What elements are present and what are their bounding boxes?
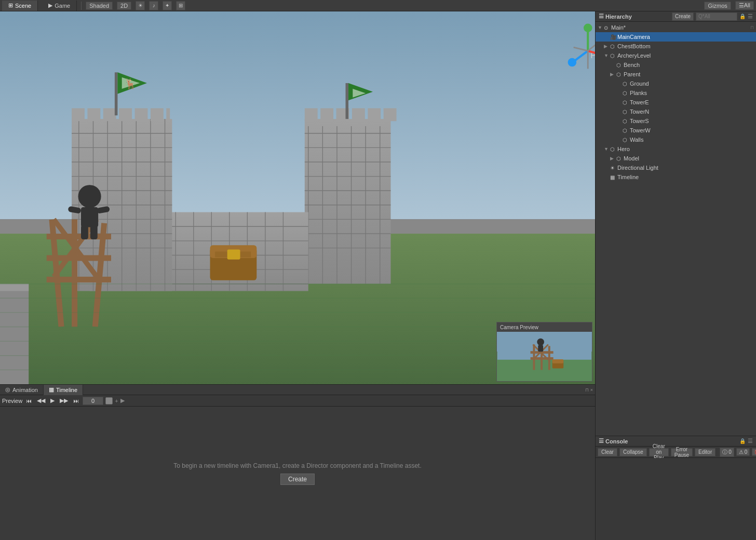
- top-toolbar: ⊞ Scene ▶ Game Shaded 2D ☀ ♪ ✦ ⊞ Gizmos …: [0, 0, 756, 11]
- hierarchy-item-directionallight[interactable]: ☀ Directional Light: [596, 163, 756, 172]
- scene-tab-icon: ⊞: [8, 2, 13, 9]
- shaded-dropdown[interactable]: Shaded: [86, 2, 113, 10]
- label-timeline-item: Timeline: [617, 174, 756, 180]
- hierarchy-item-archerylevel[interactable]: ▼ ⬡ ArcheryLevel: [596, 51, 756, 60]
- hierarchy-create-button[interactable]: Create: [672, 12, 694, 21]
- animation-icon: ◎: [5, 386, 10, 393]
- console-editor-button[interactable]: Editor: [695, 448, 716, 456]
- tl-play[interactable]: ▶: [49, 397, 56, 404]
- svg-rect-5: [305, 119, 391, 284]
- scene-icon-chestbottom: ⬡: [610, 44, 617, 49]
- audio-icon[interactable]: ♪: [149, 1, 158, 10]
- console-content: [596, 458, 756, 540]
- console-lock-icon[interactable]: 🔒: [739, 438, 746, 444]
- hierarchy-search[interactable]: [696, 12, 737, 21]
- timeline-create-button[interactable]: Create: [280, 474, 315, 485]
- camera-preview-title: Camera Preview: [500, 325, 538, 330]
- console-clear-button[interactable]: Clear: [598, 448, 617, 456]
- all-button[interactable]: ☰All: [735, 1, 754, 10]
- console-info-count[interactable]: ⓘ 0: [720, 448, 734, 457]
- scene-icon-archerylevel: ⬡: [610, 53, 617, 59]
- camera-preview: Camera Preview: [496, 322, 592, 382]
- scene-icon-towern: ⬡: [623, 109, 630, 115]
- svg-rect-80: [47, 234, 111, 239]
- left-panel: 🦌: [0, 11, 595, 540]
- hierarchy-item-model[interactable]: ▶ ⬡ Model: [596, 154, 756, 163]
- svg-rect-88: [90, 225, 98, 239]
- right-panel: ☰ Hierarchy Create 🔒 ☰ ▼ ⊙ Main* ⊓: [595, 11, 756, 540]
- hierarchy-item-ground[interactable]: ⬡ Ground: [596, 79, 756, 88]
- camera-preview-header: Camera Preview: [497, 322, 592, 332]
- label-hero: Hero: [617, 146, 756, 152]
- tl-prev-frame[interactable]: ◀◀: [35, 397, 47, 404]
- svg-rect-121: [538, 345, 543, 352]
- hierarchy-item-planks[interactable]: ⬡ Planks: [596, 88, 756, 98]
- label-parent: Parent: [624, 71, 756, 77]
- tl-skip-start[interactable]: ⏮: [24, 397, 33, 404]
- viewport[interactable]: 🦌: [0, 11, 595, 384]
- arrow-chestbottom: ▶: [604, 44, 610, 49]
- hierarchy-lock-icon[interactable]: 🔒: [739, 14, 746, 19]
- preview-label: Preview: [2, 398, 22, 404]
- label-towers: TowerS: [630, 118, 756, 124]
- label-chestbottom: ChestBottom: [617, 43, 756, 49]
- hierarchy-title-label: Hierarchy: [605, 14, 632, 20]
- lighting-icon[interactable]: ☀: [136, 1, 145, 10]
- hierarchy-title: ☰ Hierarchy: [599, 13, 632, 20]
- 2d-button[interactable]: 2D: [117, 2, 131, 10]
- hierarchy-item-timeline[interactable]: ▦ Timeline: [596, 172, 756, 182]
- console-icon: ☰: [599, 438, 604, 444]
- console-warning-count[interactable]: ⚠ 0: [736, 448, 750, 456]
- scene-icon-walls: ⬡: [623, 137, 630, 143]
- hierarchy-item-towern[interactable]: ⬡ TowerN: [596, 107, 756, 116]
- console-collapse-button[interactable]: Collapse: [619, 448, 647, 456]
- label-planks: Planks: [630, 90, 756, 96]
- label-bench: Bench: [624, 62, 756, 68]
- hierarchy-item-towerw[interactable]: ⬡ TowerW: [596, 126, 756, 135]
- arrow-parent: ▶: [610, 72, 616, 77]
- hierarchy-item-hero[interactable]: ▼ ⬡ Hero: [596, 144, 756, 154]
- scene-icon[interactable]: ⊞: [176, 1, 185, 10]
- hierarchy-item-maincamera[interactable]: 🎥 MainCamera: [596, 32, 756, 42]
- hierarchy-item-main[interactable]: ▼ ⊙ Main* ⊓: [596, 23, 756, 32]
- tl-arrow-right[interactable]: ▶: [120, 397, 125, 404]
- console-menu-icon[interactable]: ☰: [748, 438, 753, 444]
- svg-rect-21: [305, 108, 318, 121]
- tl-time-input[interactable]: [83, 397, 103, 405]
- hierarchy-item-bench[interactable]: ⬡ Bench: [596, 60, 756, 70]
- svg-rect-22: [320, 108, 333, 121]
- label-directionallight: Directional Light: [617, 165, 756, 171]
- tab-game[interactable]: ▶ Game: [42, 1, 77, 11]
- timeline-pin[interactable]: ⊓ ×: [585, 387, 595, 393]
- hierarchy-item-parent[interactable]: ▶ ⬡ Parent: [596, 70, 756, 79]
- hierarchy-item-walls[interactable]: ⬡ Walls: [596, 135, 756, 144]
- console-clear-on-play-button[interactable]: Clear on Play: [649, 448, 669, 456]
- main-area: 🦌: [0, 11, 756, 540]
- console-error-count[interactable]: 🚫 0: [752, 448, 756, 456]
- hierarchy-list[interactable]: ▼ ⊙ Main* ⊓ 🎥 MainCamera ▶ ⬡ ChestBottom: [596, 22, 756, 436]
- svg-rect-64: [72, 108, 85, 121]
- svg-point-107: [568, 58, 577, 67]
- tab-animation[interactable]: ◎ Animation: [0, 385, 44, 395]
- tl-next-frame[interactable]: ▶▶: [58, 397, 70, 404]
- svg-rect-3: [0, 284, 29, 384]
- tl-skip-end[interactable]: ⏭: [72, 397, 80, 404]
- hierarchy-item-towere[interactable]: ⬡ TowerE: [596, 98, 756, 107]
- fx-icon[interactable]: ✦: [163, 1, 172, 10]
- timeline-icon: ▦: [49, 386, 54, 393]
- svg-rect-92: [227, 249, 240, 259]
- scene-icon-towere: ⬡: [623, 100, 630, 105]
- arrow-hero: ▼: [604, 146, 610, 152]
- tab-scene[interactable]: ⊞ Scene: [2, 1, 38, 11]
- hierarchy-item-chestbottom[interactable]: ▶ ⬡ ChestBottom: [596, 42, 756, 51]
- hierarchy-header: ☰ Hierarchy Create 🔒 ☰: [596, 11, 756, 22]
- svg-rect-27: [346, 83, 349, 119]
- info-count-value: 0: [728, 449, 732, 455]
- game-tab-icon: ▶: [48, 2, 52, 9]
- gizmos-button[interactable]: Gizmos: [704, 2, 731, 10]
- console-error-pause-button[interactable]: Error Pause: [671, 448, 693, 456]
- hierarchy-menu-icon[interactable]: ☰: [748, 13, 753, 20]
- tab-timeline[interactable]: ▦ Timeline: [44, 385, 83, 395]
- hierarchy-item-towers[interactable]: ⬡ TowerS: [596, 116, 756, 126]
- tl-record-button[interactable]: [105, 397, 113, 404]
